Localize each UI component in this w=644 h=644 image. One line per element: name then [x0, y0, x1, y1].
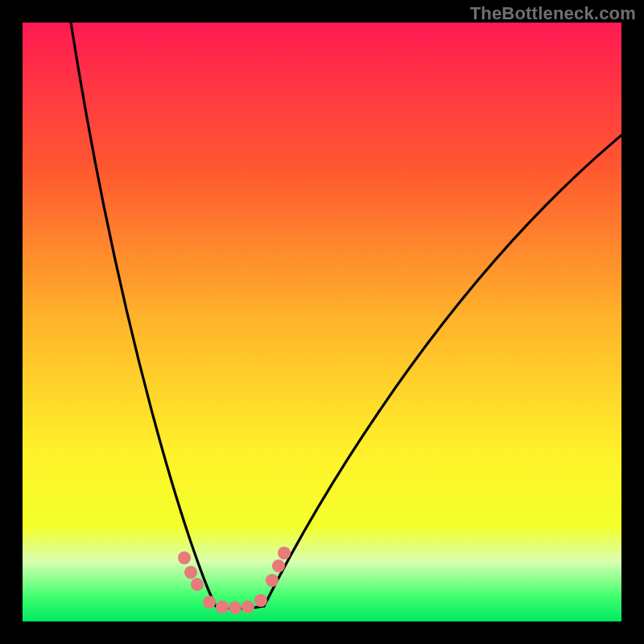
marker-dot	[203, 596, 216, 609]
marker-dot	[254, 594, 267, 607]
marker-dot	[242, 601, 254, 613]
marker-dot	[272, 559, 285, 572]
marker-dot	[278, 547, 291, 559]
chart-svg	[23, 23, 621, 621]
plot-area	[23, 23, 621, 621]
marker-dot	[266, 574, 279, 587]
marker-dot	[191, 578, 204, 591]
marker-dot	[216, 601, 229, 613]
marker-dot	[184, 566, 197, 579]
marker-dot	[229, 601, 242, 614]
outer-frame: TheBottleneck.com	[0, 0, 644, 644]
watermark-text: TheBottleneck.com	[470, 3, 636, 24]
gradient-background	[23, 23, 621, 621]
marker-dot	[178, 551, 191, 564]
